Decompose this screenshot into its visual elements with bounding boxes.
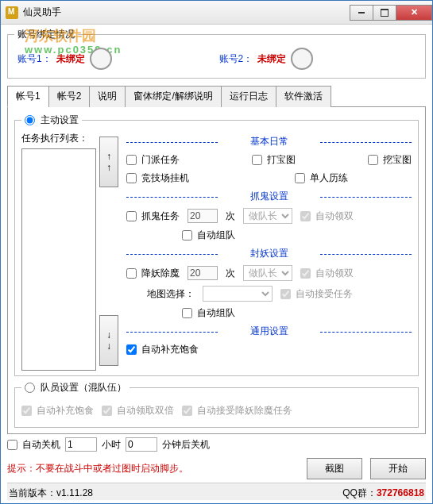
active-radio[interactable]	[25, 115, 35, 125]
active-fieldset: 主动设置 任务执行列表： ↑↑ ↓↓ 基本日常 门派任务	[14, 113, 419, 376]
binding-legend: 账号绑定情况	[14, 28, 78, 41]
cb-yao-autoteam[interactable]: 自动组队	[182, 306, 235, 320]
active-legend: 主动设置	[21, 113, 82, 127]
titlebar: 仙灵助手	[1, 1, 432, 25]
app-icon	[6, 6, 18, 19]
task-listbox[interactable]	[21, 148, 96, 371]
shutdown-mins[interactable]	[126, 437, 157, 452]
ghost-role-select[interactable]: 做队长	[243, 208, 292, 224]
cb-team-accept-yao[interactable]: 自动接受降妖除魔任务	[182, 404, 292, 417]
cb-jingji[interactable]: 竞技场挂机	[126, 171, 189, 185]
tab-bar: 帐号1 帐号2 说明 窗体绑定/解绑说明 运行日志 软件激活	[7, 85, 426, 107]
section-common: 通用设置	[126, 325, 412, 338]
section-yao: 封妖设置	[126, 247, 412, 260]
qq-group: 372766818	[377, 487, 424, 498]
team-legend: 队员设置（混队伍）	[21, 381, 130, 394]
maximize-button[interactable]	[373, 5, 396, 21]
acc1-value: 未绑定	[56, 52, 85, 66]
yao-role-select[interactable]: 做队长	[243, 265, 292, 281]
cb-yao-autoleader[interactable]: 自动领双	[300, 267, 354, 280]
cb-food[interactable]: 自动补充饱食	[126, 343, 199, 356]
binding-fieldset: 账号绑定情况 账号1： 未绑定 账号2： 未绑定	[7, 28, 426, 79]
tab-account1[interactable]: 帐号1	[7, 86, 49, 107]
acc2-label: 账号2：	[219, 52, 253, 66]
start-button[interactable]: 开始	[370, 458, 426, 479]
cb-yao[interactable]: 降妖除魔	[126, 267, 180, 280]
move-up-button[interactable]: ↑↑	[99, 137, 118, 187]
tab-bind-desc[interactable]: 窗体绑定/解绑说明	[125, 86, 221, 107]
warning-text: 提示：不要在战斗中或者过图时启动脚步。	[7, 462, 299, 475]
section-basic: 基本日常	[126, 135, 412, 148]
cb-menpai[interactable]: 门派任务	[126, 153, 180, 167]
cb-wabaotu[interactable]: 挖宝图	[368, 153, 412, 167]
team-radio[interactable]	[25, 383, 35, 393]
window-title: 仙灵助手	[23, 6, 350, 19]
tab-account2[interactable]: 帐号2	[48, 86, 91, 107]
app-window: 仙灵助手 河东软件园 www.pc0359.cn 账号绑定情况 账号1： 未绑定…	[0, 0, 433, 504]
map-select[interactable]	[203, 286, 273, 302]
footer: 当前版本：v1.11.28 QQ群：372766818	[7, 483, 426, 500]
yao-count[interactable]	[188, 266, 218, 280]
shutdown-bar: 自动关机 小时 分钟后关机	[7, 434, 426, 455]
minimize-button[interactable]	[350, 5, 373, 21]
cb-ghost[interactable]: 抓鬼任务	[126, 210, 180, 223]
cb-danren[interactable]: 单人历练	[295, 171, 348, 185]
tab-activate[interactable]: 软件激活	[276, 86, 331, 107]
cb-autoaccept[interactable]: 自动接受任务	[280, 287, 353, 301]
close-button[interactable]	[396, 5, 432, 21]
screenshot-button[interactable]: 截图	[307, 458, 362, 479]
acc2-bind-button[interactable]	[291, 48, 313, 70]
ghost-count[interactable]	[188, 209, 218, 223]
cb-team-double[interactable]: 自动领取双倍	[102, 404, 174, 417]
cb-dabaotu[interactable]: 打宝图	[252, 153, 296, 167]
cb-ghost-autoleader[interactable]: 自动领双	[300, 210, 354, 223]
acc1-label: 账号1：	[17, 52, 52, 66]
tab-log[interactable]: 运行日志	[221, 86, 276, 107]
move-down-button[interactable]: ↓↓	[99, 315, 118, 366]
window-buttons	[350, 5, 432, 21]
version: v1.11.28	[56, 487, 93, 498]
acc1-bind-button[interactable]	[90, 48, 112, 70]
tab-content: 主动设置 任务执行列表： ↑↑ ↓↓ 基本日常 门派任务	[7, 107, 426, 434]
cb-shutdown[interactable]: 自动关机	[7, 438, 60, 452]
map-label: 地图选择：	[147, 287, 195, 301]
shutdown-hours[interactable]	[65, 437, 97, 452]
acc2-value: 未绑定	[257, 52, 286, 66]
cb-ghost-autoteam[interactable]: 自动组队	[182, 229, 235, 242]
tab-desc[interactable]: 说明	[89, 86, 126, 107]
tasklist-label: 任务执行列表：	[21, 132, 96, 145]
section-ghost: 抓鬼设置	[126, 190, 412, 203]
cb-team-food[interactable]: 自动补充饱食	[21, 404, 94, 417]
team-fieldset: 队员设置（混队伍） 自动补充饱食 自动领取双倍 自动接受降妖除魔任务	[14, 381, 419, 428]
